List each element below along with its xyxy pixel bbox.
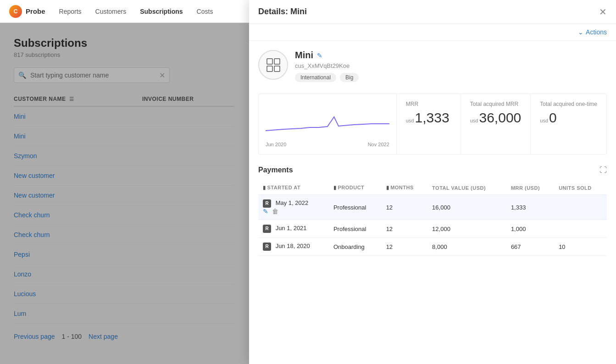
stats-row: Jun 2020 Nov 2022 MRR usd1,333 Total acq… [258, 94, 607, 154]
th-started-at: ▮STARTED AT [258, 181, 329, 195]
td-units [554, 220, 607, 238]
svg-rect-2 [267, 66, 272, 72]
row-actions: ✎ 🗑 [263, 208, 324, 215]
chart-x-start: Jun 2020 [266, 142, 286, 147]
actions-bar: ⌄ Actions [249, 24, 616, 41]
total-mrr-label: Total acquired MRR [470, 101, 522, 107]
logo-icon: C [9, 5, 22, 18]
td-units [554, 195, 607, 220]
mrr-chart [266, 101, 389, 138]
payment-row: R Jun 1, 2021 Professional 12 12,000 1,0… [258, 220, 607, 238]
chart-labels: Jun 2020 Nov 2022 [266, 142, 389, 147]
one-time-currency: usd [540, 118, 548, 123]
mrr-value: usd1,333 [406, 111, 451, 125]
th-total-value: TOTAL VALUE (USD) [427, 181, 506, 195]
td-mrr: 667 [506, 238, 554, 256]
total-mrr-value: usd36,000 [470, 111, 522, 125]
actions-label: Actions [586, 28, 607, 36]
td-months: 12 [382, 195, 427, 220]
customer-avatar [258, 50, 288, 80]
row-type-icon: R [263, 243, 271, 251]
close-button[interactable]: ✕ [599, 7, 607, 17]
svg-rect-3 [274, 66, 280, 72]
th-months: ▮MONTHS [382, 181, 427, 195]
chevron-down-icon: ⌄ [578, 28, 583, 36]
svg-rect-1 [274, 59, 280, 64]
th-product: ▮PRODUCT [329, 181, 382, 195]
nav-subscriptions[interactable]: Subscriptions [140, 6, 183, 17]
edit-customer-icon[interactable]: ✎ [317, 52, 322, 59]
td-started-at: R Jun 1, 2021 [258, 220, 329, 238]
payments-header: Payments ⛶ [258, 166, 607, 174]
th-units: UNITS SOLD [554, 181, 607, 195]
nav-reports[interactable]: Reports [59, 6, 82, 17]
tag-international: International [295, 73, 336, 82]
tag-row: International Big [295, 73, 607, 82]
customer-info-row: Mini ✎ cus_XxMVqBt29Koe International Bi… [258, 50, 607, 82]
detail-body: Mini ✎ cus_XxMVqBt29Koe International Bi… [249, 41, 616, 354]
chart-area: Jun 2020 Nov 2022 [259, 94, 397, 154]
delete-row-icon[interactable]: 🗑 [272, 208, 278, 215]
nav-costs[interactable]: Costs [197, 6, 213, 17]
filter-started-icon: ▮ [263, 185, 266, 191]
customer-name-row: Mini ✎ [295, 50, 607, 61]
total-mrr-currency: usd [470, 118, 478, 123]
mrr-currency: usd [406, 118, 414, 123]
filter-product-icon: ▮ [333, 185, 337, 191]
td-started-at: R Jun 18, 2020 [258, 238, 329, 256]
tag-big: Big [340, 73, 359, 82]
customer-name-main: Mini [295, 50, 313, 61]
td-product: Onboarding [329, 238, 382, 256]
svg-rect-0 [267, 59, 272, 64]
payments-table: ▮STARTED AT ▮PRODUCT ▮MONTHS TOTAL VALUE… [258, 181, 607, 256]
expand-icon[interactable]: ⛶ [599, 166, 607, 174]
detail-panel: Details: Mini ✕ ⌄ Actions Mini ✎ [249, 0, 616, 354]
started-at-value: Jun 1, 2021 [276, 225, 307, 232]
nav-customers[interactable]: Customers [95, 6, 127, 17]
filter-months-icon: ▮ [386, 185, 389, 191]
edit-row-icon[interactable]: ✎ [263, 208, 268, 215]
td-months: 12 [382, 220, 427, 238]
payments-table-body: R May 1, 2022 ✎ 🗑 Professional 12 16,000… [258, 195, 607, 256]
td-mrr: 1,333 [506, 195, 554, 220]
td-total-value: 12,000 [427, 220, 506, 238]
td-total-value: 16,000 [427, 195, 506, 220]
payments-title: Payments [258, 166, 293, 174]
one-time-value: usd0 [540, 111, 597, 125]
th-mrr: MRR (USD) [506, 181, 554, 195]
started-at-value: May 1, 2022 [276, 199, 309, 206]
payments-table-head: ▮STARTED AT ▮PRODUCT ▮MONTHS TOTAL VALUE… [258, 181, 607, 195]
row-type-icon: R [263, 225, 271, 233]
mrr-stat: MRR usd1,333 [397, 94, 461, 154]
td-total-value: 8,000 [427, 238, 506, 256]
detail-header: Details: Mini ✕ [249, 0, 616, 24]
customer-details: Mini ✎ cus_XxMVqBt29Koe International Bi… [295, 50, 607, 82]
td-product: Professional [329, 220, 382, 238]
app-name: Probe [26, 7, 45, 15]
started-at-value: Jun 18, 2020 [276, 243, 310, 249]
td-months: 12 [382, 238, 427, 256]
td-units: 10 [554, 238, 607, 256]
chart-x-end: Nov 2022 [368, 142, 389, 147]
mrr-label: MRR [406, 101, 451, 107]
td-product: Professional [329, 195, 382, 220]
customer-id: cus_XxMVqBt29Koe [295, 62, 607, 69]
td-started-at: R May 1, 2022 ✎ 🗑 [258, 195, 329, 220]
app-logo[interactable]: C Probe [9, 5, 45, 18]
payment-row: R Jun 18, 2020 Onboarding 12 8,000 667 1… [258, 238, 607, 256]
one-time-stat: Total acquired one-time usd0 [531, 94, 606, 154]
payment-row: R May 1, 2022 ✎ 🗑 Professional 12 16,000… [258, 195, 607, 220]
detail-title: Details: Mini [258, 7, 307, 17]
one-time-label: Total acquired one-time [540, 101, 597, 107]
td-mrr: 1,000 [506, 220, 554, 238]
total-mrr-stat: Total acquired MRR usd36,000 [461, 94, 531, 154]
actions-button[interactable]: ⌄ Actions [578, 28, 607, 36]
row-type-icon: R [263, 199, 271, 208]
